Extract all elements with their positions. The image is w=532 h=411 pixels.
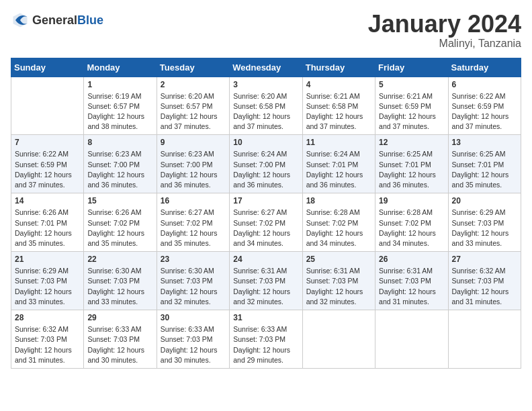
calendar-cell: 21Sunrise: 6:29 AMSunset: 7:03 PMDayligh… [11,252,84,310]
calendar-cell: 29Sunrise: 6:33 AMSunset: 7:03 PMDayligh… [84,310,157,369]
sunrise: Sunrise: 6:32 AM [452,267,506,275]
weekday-header: Thursday [302,58,375,77]
daylight: Daylight: 12 hours and 32 minutes. [161,287,218,306]
sunrise: Sunrise: 6:26 AM [87,208,141,216]
day-number: 1 [87,80,152,89]
daylight: Daylight: 12 hours and 38 minutes. [87,112,144,130]
sunset: Sunset: 7:03 PM [15,277,67,285]
sunrise: Sunrise: 6:27 AM [233,208,287,216]
calendar-cell: 17Sunrise: 6:27 AMSunset: 7:02 PMDayligh… [230,193,302,252]
day-number: 17 [233,196,298,205]
daylight: Daylight: 12 hours and 36 minutes. [233,171,290,189]
calendar-cell: 18Sunrise: 6:28 AMSunset: 7:02 PMDayligh… [302,193,375,252]
sunset: Sunset: 6:59 PM [15,161,67,169]
sunset: Sunset: 7:03 PM [379,277,431,285]
calendar-cell: 26Sunrise: 6:31 AMSunset: 7:03 PMDayligh… [375,252,448,310]
sunrise: Sunrise: 6:22 AM [452,92,506,100]
daylight: Daylight: 12 hours and 33 minutes. [452,229,509,247]
sunrise: Sunrise: 6:29 AM [452,208,506,216]
cell-info: Sunrise: 6:33 AMSunset: 7:03 PMDaylight:… [161,324,226,365]
calendar-cell: 12Sunrise: 6:25 AMSunset: 7:01 PMDayligh… [375,135,448,193]
logo-icon [11,11,30,30]
cell-info: Sunrise: 6:32 AMSunset: 7:03 PMDaylight:… [15,324,80,365]
month-title: January 2024 [368,11,521,38]
cell-info: Sunrise: 6:33 AMSunset: 7:03 PMDaylight:… [233,324,298,365]
sunrise: Sunrise: 6:21 AM [306,92,360,100]
sunrise: Sunrise: 6:33 AM [233,325,287,333]
daylight: Daylight: 12 hours and 31 minutes. [15,346,72,364]
day-number: 25 [306,255,371,264]
calendar-week-row: 28Sunrise: 6:32 AMSunset: 7:03 PMDayligh… [11,310,521,369]
cell-info: Sunrise: 6:31 AMSunset: 7:03 PMDaylight:… [379,266,444,307]
calendar-cell: 5Sunrise: 6:21 AMSunset: 6:59 PMDaylight… [375,77,448,135]
logo: GeneralBlue [11,11,103,30]
calendar-cell: 24Sunrise: 6:31 AMSunset: 7:03 PMDayligh… [230,252,302,310]
sunset: Sunset: 7:00 PM [233,161,285,169]
calendar-cell: 6Sunrise: 6:22 AMSunset: 6:59 PMDaylight… [448,77,521,135]
calendar-cell: 11Sunrise: 6:24 AMSunset: 7:01 PMDayligh… [302,135,375,193]
daylight: Daylight: 12 hours and 34 minutes. [306,229,363,247]
sunrise: Sunrise: 6:27 AM [161,208,214,216]
logo-text: GeneralBlue [32,13,103,28]
cell-info: Sunrise: 6:27 AMSunset: 7:02 PMDaylight:… [161,208,226,248]
sunset: Sunset: 7:00 PM [87,161,140,169]
calendar-cell: 25Sunrise: 6:31 AMSunset: 7:03 PMDayligh… [302,252,375,310]
sunset: Sunset: 6:59 PM [379,102,431,110]
day-number: 3 [233,80,298,89]
calendar-cell: 19Sunrise: 6:28 AMSunset: 7:02 PMDayligh… [375,193,448,252]
calendar-week-row: 1Sunrise: 6:19 AMSunset: 6:57 PMDaylight… [11,77,521,135]
weekday-header: Wednesday [230,58,302,77]
sunrise: Sunrise: 6:22 AM [15,150,69,158]
calendar-cell: 14Sunrise: 6:26 AMSunset: 7:01 PMDayligh… [11,193,84,252]
day-number: 4 [306,80,371,89]
daylight: Daylight: 12 hours and 36 minutes. [306,171,363,189]
day-number: 9 [161,138,226,147]
weekday-header: Tuesday [157,58,229,77]
sunset: Sunset: 7:01 PM [15,219,67,227]
sunrise: Sunrise: 6:30 AM [161,267,214,275]
cell-info: Sunrise: 6:25 AMSunset: 7:01 PMDaylight:… [379,149,444,190]
daylight: Daylight: 12 hours and 37 minutes. [306,112,363,130]
calendar-cell [302,310,375,369]
cell-info: Sunrise: 6:30 AMSunset: 7:03 PMDaylight:… [161,266,226,307]
logo-general: General [32,13,77,27]
calendar-cell: 10Sunrise: 6:24 AMSunset: 7:00 PMDayligh… [230,135,302,193]
sunset: Sunset: 7:02 PM [161,219,213,227]
sunset: Sunset: 7:03 PM [15,335,67,343]
sunset: Sunset: 7:02 PM [306,219,359,227]
cell-info: Sunrise: 6:19 AMSunset: 6:57 PMDaylight:… [87,91,152,132]
daylight: Daylight: 12 hours and 30 minutes. [161,346,218,364]
calendar-table: SundayMondayTuesdayWednesdayThursdayFrid… [11,58,521,369]
day-number: 16 [161,196,226,205]
day-number: 14 [15,196,80,205]
day-number: 11 [306,138,371,147]
daylight: Daylight: 12 hours and 34 minutes. [379,229,436,247]
page-header: GeneralBlue January 2024 Malinyi, Tanzan… [11,11,521,50]
calendar-cell: 22Sunrise: 6:30 AMSunset: 7:03 PMDayligh… [84,252,157,310]
cell-info: Sunrise: 6:30 AMSunset: 7:03 PMDaylight:… [87,266,152,307]
sunrise: Sunrise: 6:29 AM [15,267,69,275]
calendar-cell: 15Sunrise: 6:26 AMSunset: 7:02 PMDayligh… [84,193,157,252]
daylight: Daylight: 12 hours and 37 minutes. [161,112,218,130]
sunrise: Sunrise: 6:20 AM [233,92,287,100]
sunrise: Sunrise: 6:19 AM [87,92,141,100]
day-number: 21 [15,255,80,264]
cell-info: Sunrise: 6:21 AMSunset: 6:58 PMDaylight:… [306,91,371,132]
cell-info: Sunrise: 6:23 AMSunset: 7:00 PMDaylight:… [87,149,152,190]
daylight: Daylight: 12 hours and 37 minutes. [233,112,290,130]
sunset: Sunset: 6:58 PM [306,102,359,110]
calendar-cell: 1Sunrise: 6:19 AMSunset: 6:57 PMDaylight… [84,77,157,135]
daylight: Daylight: 12 hours and 32 minutes. [306,287,363,306]
day-number: 29 [87,313,152,322]
title-block: January 2024 Malinyi, Tanzania [368,11,521,50]
day-number: 28 [15,313,80,322]
daylight: Daylight: 12 hours and 30 minutes. [87,346,144,364]
calendar-cell: 7Sunrise: 6:22 AMSunset: 6:59 PMDaylight… [11,135,84,193]
calendar-week-row: 14Sunrise: 6:26 AMSunset: 7:01 PMDayligh… [11,193,521,252]
sunset: Sunset: 7:01 PM [452,161,504,169]
calendar-cell: 8Sunrise: 6:23 AMSunset: 7:00 PMDaylight… [84,135,157,193]
cell-info: Sunrise: 6:31 AMSunset: 7:03 PMDaylight:… [306,266,371,307]
weekday-header: Friday [375,58,448,77]
day-number: 18 [306,196,371,205]
daylight: Daylight: 12 hours and 29 minutes. [233,346,290,364]
